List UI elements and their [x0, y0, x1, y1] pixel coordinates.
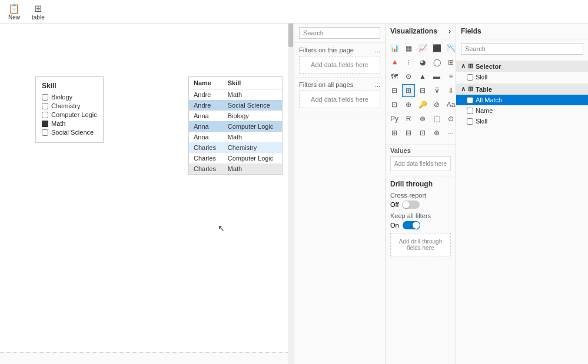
toggle-knob-on — [413, 222, 420, 229]
cell-name: Andre — [189, 89, 223, 101]
viz-icon-custom3[interactable]: ⬚ — [430, 112, 443, 125]
canvas[interactable]: Skill Biology Chemistry Computer Logic M… — [0, 24, 294, 364]
viz-icon-slicer[interactable]: ⊟ — [388, 84, 401, 97]
slicer-item-chemistry[interactable]: Chemistry — [42, 102, 97, 109]
table-skill-checkbox[interactable] — [467, 118, 473, 125]
viz-icon-custom2[interactable]: ⊛ — [416, 112, 429, 125]
viz-icon-dots[interactable]: ··· — [444, 126, 456, 139]
slicer-checkbox-biology[interactable] — [42, 94, 48, 101]
add-data-fields-label2: Add data fields here — [311, 96, 368, 103]
viz-icon-treemap[interactable]: ⊞ — [444, 56, 456, 69]
visualizations-header: Visualizations › — [386, 24, 456, 39]
name-label: Name — [476, 107, 493, 114]
viz-icon-line[interactable]: 📉 — [444, 42, 456, 55]
cross-report-toggle[interactable] — [402, 201, 420, 209]
table-button[interactable]: ⊞ table — [28, 1, 48, 23]
canvas-bottom-border — [0, 352, 294, 364]
all-match-checkbox[interactable] — [467, 97, 473, 103]
keep-all-filters-toggle[interactable] — [403, 221, 420, 229]
visualizations-chevron[interactable]: › — [449, 27, 451, 35]
viz-icon-card[interactable]: ▬ — [430, 70, 443, 83]
fields-item-name[interactable]: Name — [456, 105, 588, 116]
cell-name: Charles — [189, 163, 223, 174]
viz-icon-r[interactable]: R — [402, 112, 415, 125]
viz-icon-custom6[interactable]: ⊟ — [402, 126, 415, 139]
slicer-item-math[interactable]: Math — [42, 120, 97, 127]
viz-icon-pie[interactable]: ◕ — [416, 56, 429, 69]
fields-group-selector-header[interactable]: ∧ ⊞ Selector — [456, 61, 588, 72]
viz-icon-kpi[interactable]: ▲ — [416, 70, 429, 83]
cross-report-label: Cross-report — [390, 192, 451, 199]
slicer-item-social-science[interactable]: Social Science — [42, 129, 97, 136]
slicer-label-math: Math — [51, 120, 65, 127]
cell-name: Charles — [189, 153, 223, 163]
selector-skill-label: Skill — [476, 74, 487, 81]
slicer-item-computer-logic[interactable]: Computer Logic — [42, 111, 97, 118]
viz-icon-ribbon[interactable]: ⊡ — [388, 98, 401, 111]
slicer-checkbox-computer-logic[interactable] — [42, 112, 48, 118]
name-checkbox[interactable] — [467, 108, 473, 114]
viz-icon-matrix[interactable]: ⊟ — [416, 84, 429, 97]
selector-skill-checkbox[interactable] — [467, 74, 473, 81]
viz-icon-custom7[interactable]: ⊡ — [416, 126, 429, 139]
canvas-scrollbar[interactable] — [288, 24, 294, 364]
cell-skill: Computer Logic — [223, 121, 282, 132]
filters-search-bar — [294, 24, 385, 43]
viz-icon-stacked-bar[interactable]: ▦ — [402, 42, 415, 55]
filters-on-page-section: Filters on this page ... Add data fields… — [294, 43, 385, 78]
viz-icon-py[interactable]: Py — [388, 112, 401, 125]
fields-item-table-skill[interactable]: Skill — [456, 116, 588, 126]
slicer-item-biology[interactable]: Biology — [42, 93, 97, 101]
slicer-label-biology: Biology — [51, 93, 72, 101]
viz-icon-custom8[interactable]: ⊕ — [430, 126, 443, 139]
viz-icon-map[interactable]: 🗺 — [388, 70, 401, 83]
scrollbar-track — [288, 24, 294, 364]
viz-icon-custom5[interactable]: ⊞ — [388, 126, 401, 139]
viz-icon-bar-chart[interactable]: 📊 — [388, 42, 401, 55]
filters-on-page-drop-zone[interactable]: Add data fields here — [299, 56, 380, 74]
slicer-checkbox-chemistry[interactable] — [42, 103, 48, 109]
scrollbar-thumb[interactable] — [288, 24, 293, 47]
collapse-icon-table: ∧ — [461, 85, 466, 93]
slicer-title: Skill — [42, 82, 97, 90]
new-button[interactable]: 📋 New — [5, 1, 24, 23]
values-drop-zone[interactable]: Add data fields here — [390, 156, 451, 171]
drill-through-add-zone[interactable]: Add drill-through fields here — [390, 233, 451, 256]
viz-icon-funnel[interactable]: ⊽ — [430, 84, 443, 97]
viz-icon-custom1[interactable]: Aa — [444, 98, 456, 111]
cell-skill: Math — [223, 163, 282, 174]
filters-all-pages-dots[interactable]: ... — [375, 81, 380, 88]
cell-skill: Math — [223, 89, 282, 101]
filters-all-pages-drop-zone[interactable]: Add data fields here — [299, 91, 380, 108]
viz-icon-scatter[interactable]: ⁝ — [402, 56, 415, 69]
viz-icon-donut[interactable]: ◯ — [430, 56, 443, 69]
viz-icon-table[interactable]: ⊞ — [402, 84, 415, 97]
viz-icon-gauge[interactable]: ⊙ — [402, 70, 415, 83]
table-row: Charles Chemistry — [189, 142, 282, 153]
cell-name: Anna — [189, 132, 223, 142]
fields-group-table-header[interactable]: ∧ ⊞ Table — [456, 84, 588, 95]
viz-icon-shape-map[interactable]: ⊘ — [430, 98, 443, 111]
viz-icon-key-influencers[interactable]: 🔑 — [416, 98, 429, 111]
filters-search-input[interactable] — [299, 27, 380, 39]
filters-on-page-dots[interactable]: ... — [375, 46, 380, 54]
fields-search-wrap — [456, 39, 588, 58]
viz-icon-decomp-tree[interactable]: ⊕ — [402, 98, 415, 111]
table-row: Andre Math — [189, 89, 282, 101]
viz-icon-stacked-column[interactable]: ⬛ — [430, 42, 443, 55]
fields-item-selector-skill[interactable]: Skill — [456, 72, 588, 82]
viz-icon-multi-row-card[interactable]: ≡ — [444, 70, 456, 83]
viz-icon-column[interactable]: 📈 — [416, 42, 429, 55]
viz-icon-custom4[interactable]: ⊙ — [444, 112, 456, 125]
slicer-widget: Skill Biology Chemistry Computer Logic M… — [35, 76, 104, 143]
drill-through-section: Drill through Cross-report Off Keep all … — [386, 176, 456, 260]
viz-icon-waterfall[interactable]: ⥥ — [444, 84, 456, 97]
slicer-checkbox-social-science[interactable] — [42, 129, 48, 136]
cell-skill: Math — [223, 132, 282, 142]
all-match-label: All Match — [476, 96, 502, 103]
cross-report-toggle-row: Off — [390, 201, 451, 209]
table-row: Andre Social Science — [189, 100, 282, 111]
fields-item-all-match[interactable]: All Match — [456, 95, 588, 105]
fields-search-input[interactable] — [461, 43, 583, 55]
viz-icon-area[interactable]: 🔺 — [388, 56, 401, 69]
